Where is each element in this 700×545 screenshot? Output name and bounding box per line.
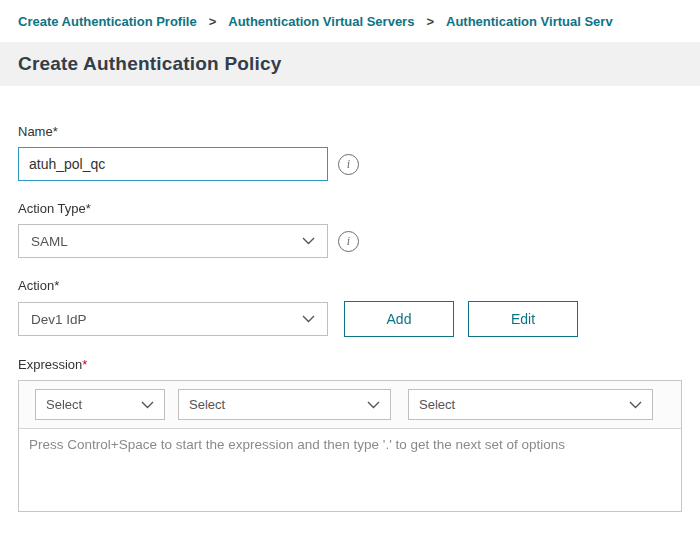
expression-select-1[interactable]: Select: [35, 389, 165, 420]
action-select[interactable]: Dev1 IdP: [18, 302, 328, 336]
edit-button[interactable]: Edit: [468, 301, 578, 337]
expression-select-3[interactable]: Select: [408, 389, 653, 420]
expression-required-asterisk: *: [82, 357, 87, 372]
action-type-required-asterisk: *: [86, 201, 91, 216]
chevron-down-icon: [629, 401, 642, 409]
chevron-down-icon: [302, 315, 315, 323]
action-label: Action*: [18, 278, 682, 293]
expression-builder: Select Select Select: [18, 380, 682, 512]
breadcrumb-link-authentication-virtual-servers[interactable]: Authentication Virtual Servers: [228, 14, 414, 29]
breadcrumb-link-authentication-virtual-server-detail[interactable]: Authentication Virtual Serv: [446, 14, 613, 29]
breadcrumb-separator-icon: >: [209, 14, 217, 29]
chevron-down-icon: [302, 237, 315, 245]
expression-label: Expression*: [18, 357, 682, 372]
breadcrumb: Create Authentication Profile > Authenti…: [0, 0, 700, 42]
action-selected-value: Dev1 IdP: [31, 312, 87, 327]
add-button[interactable]: Add: [344, 301, 454, 337]
breadcrumb-separator-icon: >: [426, 14, 434, 29]
expression-select-3-value: Select: [419, 397, 455, 412]
chevron-down-icon: [141, 401, 154, 409]
action-row: Dev1 IdP Add Edit: [18, 301, 682, 337]
expression-toolbar: Select Select Select: [19, 381, 681, 429]
name-required-asterisk: *: [53, 124, 58, 139]
action-required-asterisk: *: [54, 278, 59, 293]
name-row: i: [18, 147, 682, 181]
breadcrumb-link-create-authentication-profile[interactable]: Create Authentication Profile: [18, 14, 197, 29]
action-type-select[interactable]: SAML: [18, 224, 328, 258]
name-label-text: Name: [18, 124, 53, 139]
expression-label-text: Expression: [18, 357, 82, 372]
action-type-row: SAML i: [18, 224, 682, 258]
action-type-selected-value: SAML: [31, 234, 68, 249]
info-icon[interactable]: i: [338, 154, 359, 175]
info-icon[interactable]: i: [338, 231, 359, 252]
name-input[interactable]: [18, 147, 328, 181]
chevron-down-icon: [367, 401, 380, 409]
expression-select-2-value: Select: [189, 397, 225, 412]
name-label: Name*: [18, 124, 682, 139]
create-authentication-policy-form: Name* i Action Type* SAML i Action* Dev1…: [0, 124, 700, 512]
action-type-label-text: Action Type: [18, 201, 86, 216]
expression-input[interactable]: [19, 429, 681, 511]
header-bar: Create Authentication Policy: [0, 42, 700, 86]
action-label-text: Action: [18, 278, 54, 293]
action-type-label: Action Type*: [18, 201, 682, 216]
expression-select-2[interactable]: Select: [178, 389, 391, 420]
page-title: Create Authentication Policy: [18, 53, 282, 75]
expression-select-1-value: Select: [46, 397, 82, 412]
